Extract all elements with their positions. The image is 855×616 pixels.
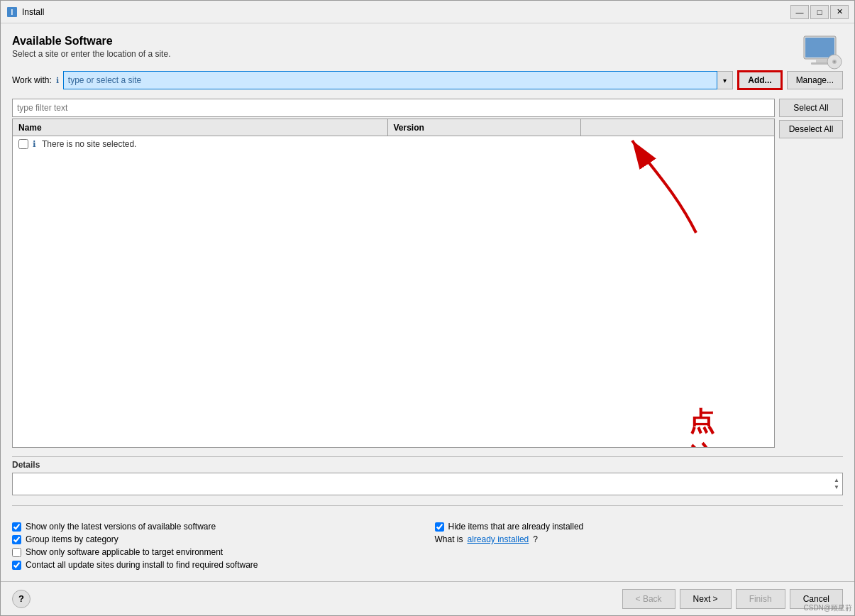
maximize-button[interactable]: □ [810, 5, 829, 19]
option-check-2[interactable] [12, 535, 21, 544]
header-text: Available Software Select a site or ente… [12, 35, 843, 65]
already-installed-link[interactable]: already installed [468, 534, 529, 544]
table-row: ℹ There is no site selected. [13, 136, 774, 152]
work-with-row: Work with: ℹ ▾ Add... Manage... [12, 70, 843, 90]
option-check-1[interactable] [12, 522, 21, 532]
svg-text:I: I [11, 9, 13, 16]
window-controls: — □ ✕ [790, 5, 849, 19]
option-what-is-prefix: What is [435, 534, 463, 544]
minimize-button[interactable]: — [790, 5, 809, 19]
option-row-5: Hide items that are already installed [435, 522, 844, 532]
manage-button[interactable]: Manage... [787, 71, 843, 89]
row-name: There is no site selected. [42, 139, 136, 149]
next-button[interactable]: Next > [680, 589, 732, 609]
option-label-1: Show only the latest versions of availab… [26, 522, 216, 532]
row-checkbox[interactable] [18, 139, 28, 149]
filter-row [12, 99, 775, 117]
scroll-arrows: ▲ ▼ [834, 477, 839, 490]
monitor-icon [800, 35, 843, 70]
option-check-3[interactable] [12, 548, 21, 557]
details-scroll-area[interactable]: ▲ ▼ [12, 473, 843, 495]
option-label-5: Hide items that are already installed [448, 522, 584, 532]
deselect-all-button[interactable]: Deselect All [779, 120, 843, 138]
add-button[interactable]: Add... [737, 70, 782, 90]
close-button[interactable]: ✕ [830, 5, 849, 19]
options-section: Show only the latest versions of availab… [12, 522, 843, 570]
bottom-left: ? [12, 590, 31, 608]
work-with-input-wrap: ▾ [63, 71, 734, 89]
option-what-is-suffix: ? [533, 534, 538, 544]
option-check-4[interactable] [12, 561, 21, 570]
col-name-header: Name [13, 119, 388, 136]
watermark: CSDN@顾星莳 [804, 603, 853, 613]
content-area: Available Software Select a site or ente… [1, 23, 854, 581]
install-icon: I [6, 6, 18, 18]
window: I Install — □ ✕ Available Software Selec… [0, 0, 855, 616]
svg-point-8 [834, 61, 836, 63]
table-header: Name Version [13, 119, 774, 136]
work-with-input[interactable] [63, 71, 718, 89]
back-button[interactable]: < Back [622, 589, 675, 609]
work-with-dropdown[interactable]: ▾ [717, 71, 733, 89]
option-row-4: Contact all update sites during install … [12, 560, 421, 570]
table-area: Name Version ℹ There is no site selected… [12, 119, 775, 448]
row-info-icon: ℹ [33, 139, 36, 149]
help-button[interactable]: ? [12, 590, 31, 608]
option-row-link: What is already installed ? [435, 534, 844, 544]
options-right: Hide items that are already installed Wh… [435, 522, 844, 570]
info-icon[interactable]: ℹ [56, 76, 59, 85]
page-subtitle: Select a site or enter the location of a… [12, 49, 843, 59]
details-section: Details ▲ ▼ [12, 456, 843, 495]
option-row-2: Group items by category [12, 534, 421, 544]
page-title: Available Software [12, 35, 843, 48]
col-version-header: Version [388, 119, 582, 136]
col-other-header [581, 119, 774, 136]
window-title: Install [22, 7, 790, 17]
details-label: Details [12, 460, 843, 470]
table-body: ℹ There is no site selected. [13, 136, 774, 447]
option-label-4: Contact all update sites during install … [26, 560, 258, 570]
separator [12, 505, 843, 506]
filter-input[interactable] [12, 99, 775, 117]
work-with-label: Work with: [12, 75, 52, 85]
right-buttons: Select All Deselect All [779, 99, 843, 448]
svg-rect-3 [805, 38, 834, 57]
option-label-3: Show only software applicable to target … [26, 547, 223, 557]
header-area: Available Software Select a site or ente… [12, 35, 843, 65]
option-row-1: Show only the latest versions of availab… [12, 522, 421, 532]
bottom-bar: ? < Back Next > Finish Cancel [1, 581, 854, 615]
title-bar: I Install — □ ✕ [1, 1, 854, 23]
options-left: Show only the latest versions of availab… [12, 522, 421, 570]
finish-button[interactable]: Finish [736, 589, 785, 609]
select-all-button[interactable]: Select All [779, 99, 843, 117]
option-label-2: Group items by category [26, 534, 118, 544]
option-row-3: Show only software applicable to target … [12, 547, 421, 557]
option-check-5[interactable] [435, 522, 444, 532]
